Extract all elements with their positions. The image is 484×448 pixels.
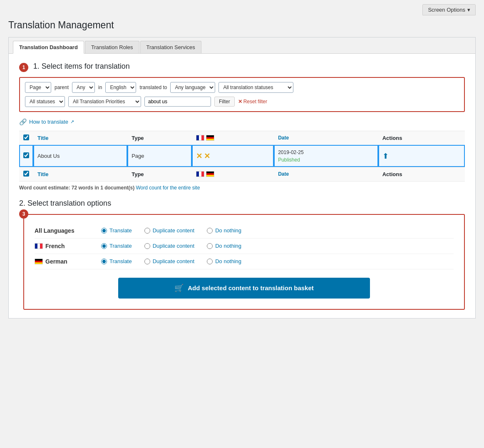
section2-title: 2. Select translation options (19, 199, 465, 208)
lang-name-all: All Languages (35, 227, 101, 234)
filter-row-2: All statuses All Translation Priorities … (25, 96, 459, 107)
all-donothing-radio[interactable] (207, 228, 213, 234)
results-table: Title Type Date (19, 131, 465, 182)
screen-options-label: Screen Options (428, 7, 465, 13)
lang-row-french: French Translate Duplicate content (35, 239, 454, 254)
language-select[interactable]: English (105, 82, 136, 93)
tab-translation-dashboard[interactable]: Translation Dashboard (13, 41, 84, 54)
german-flag-header (206, 135, 214, 141)
main-content-box: Translation Dashboard Translation Roles … (8, 37, 476, 319)
row-action[interactable]: ⬆ (378, 145, 465, 167)
translated-label: translated to (139, 85, 167, 90)
lang-name-german: German (35, 258, 101, 265)
section2-wrapper: 3 All Languages Translate (19, 214, 465, 310)
all-donothing-option[interactable]: Do nothing (207, 227, 241, 234)
all-duplicate-option[interactable]: Duplicate content (144, 227, 194, 234)
all-translation-statuses-select[interactable]: All translation statuses (218, 82, 293, 93)
french-translate-radio[interactable] (101, 243, 107, 249)
search-input[interactable] (144, 97, 211, 107)
german-donothing-option[interactable]: Do nothing (207, 258, 241, 264)
german-donothing-radio[interactable] (207, 259, 213, 264)
all-statuses-select[interactable]: All statuses (25, 96, 65, 107)
col-header-type: Type (127, 131, 192, 145)
lang-options-german: Translate Duplicate content Do nothing (101, 258, 454, 264)
lang-options-all: Translate Duplicate content Do nothing (101, 227, 454, 234)
col-footer-type: Type (127, 167, 192, 181)
content-area: 1 1. Select items for translation Page p… (9, 54, 475, 318)
german-flag-footer (206, 171, 214, 177)
col-footer-date: Date (274, 167, 378, 181)
lang-row-german: German Translate Duplicate content (35, 254, 454, 269)
all-translate-option[interactable]: Translate (101, 227, 132, 234)
select-all-footer-checkbox[interactable] (23, 171, 29, 177)
word-count-site-link[interactable]: Word count for the entire site (136, 185, 200, 191)
french-duplicate-radio[interactable] (144, 243, 150, 249)
german-duplicate-option[interactable]: Duplicate content (144, 258, 194, 264)
french-flag-footer (196, 171, 204, 177)
step1-badge: 1 (19, 63, 28, 72)
french-donothing-option[interactable]: Do nothing (207, 243, 241, 249)
german-duplicate-radio[interactable] (144, 259, 150, 264)
filter-box: Page parent Any in English translated to… (19, 77, 465, 112)
french-flag-header (196, 135, 204, 141)
col-header-title: Title (33, 131, 127, 145)
select-all-checkbox[interactable] (23, 134, 29, 140)
reset-filter-link[interactable]: ✕ Reset filter (238, 99, 267, 105)
fr-status-x: ✕ (196, 152, 202, 161)
type-select[interactable]: Page (25, 82, 51, 93)
x-icon: ✕ (238, 99, 242, 105)
row-title: About Us (33, 145, 127, 167)
in-label: in (98, 85, 102, 90)
translate-action-icon[interactable]: ⬆ (382, 152, 389, 160)
all-translate-radio[interactable] (101, 228, 107, 234)
translation-options-box: All Languages Translate Duplicate conten… (23, 214, 465, 310)
screen-options-button[interactable]: Screen Options ▾ (422, 4, 476, 15)
lang-options-french: Translate Duplicate content Do nothing (101, 243, 454, 249)
filter-button[interactable]: Filter (214, 97, 235, 107)
row-type: Page (127, 145, 192, 167)
row-checkbox[interactable] (23, 152, 29, 158)
german-translate-radio[interactable] (101, 259, 107, 264)
help-icon: 🔗 (19, 118, 27, 126)
french-translate-option[interactable]: Translate (101, 243, 132, 249)
col-footer-title: Title (33, 167, 127, 181)
translation-priorities-select[interactable]: All Translation Priorities (68, 96, 141, 107)
all-duplicate-radio[interactable] (144, 228, 150, 234)
external-link-icon: ↗ (70, 119, 74, 124)
add-to-basket-button[interactable]: 🛒 Add selected content to translation ba… (118, 278, 370, 299)
col-header-actions: Actions (378, 131, 465, 145)
parent-label: parent (55, 85, 69, 90)
parent-select[interactable]: Any (72, 82, 95, 93)
row-flags: ✕ ✕ (192, 145, 274, 167)
french-flag (35, 243, 43, 249)
tabs-bar: Translation Dashboard Translation Roles … (9, 37, 475, 54)
page-title: Translation Management (8, 20, 476, 31)
tab-translation-services[interactable]: Translation Services (140, 41, 201, 53)
col-header-date: Date (274, 131, 378, 145)
lang-row-all: All Languages Translate Duplicate conten… (35, 223, 454, 239)
lang-name-french: French (35, 243, 101, 249)
tab-translation-roles[interactable]: Translation Roles (85, 41, 139, 53)
col-footer-flags (192, 167, 274, 181)
french-duplicate-option[interactable]: Duplicate content (144, 243, 194, 249)
german-translate-option[interactable]: Translate (101, 258, 132, 264)
filter-row-1: Page parent Any in English translated to… (25, 82, 459, 93)
section1-title: 1. Select items for translation (33, 62, 130, 70)
german-flag (35, 259, 43, 264)
chevron-down-icon: ▾ (467, 7, 470, 13)
french-donothing-radio[interactable] (207, 243, 213, 249)
table-row: About Us Page ✕ ✕ (19, 145, 465, 167)
how-to-translate-link[interactable]: 🔗 How to translate ↗ (19, 118, 465, 126)
any-language-select[interactable]: Any language (170, 82, 215, 93)
word-count-text: Word count estimate: 72 words in 1 docum… (19, 185, 465, 191)
step3-badge: 3 (19, 209, 28, 219)
row-date: 2019-02-25 Published (274, 145, 378, 167)
cart-icon: 🛒 (174, 284, 184, 293)
col-footer-actions: Actions (378, 167, 465, 181)
de-status-x: ✕ (204, 152, 210, 161)
col-header-flags (192, 131, 274, 145)
